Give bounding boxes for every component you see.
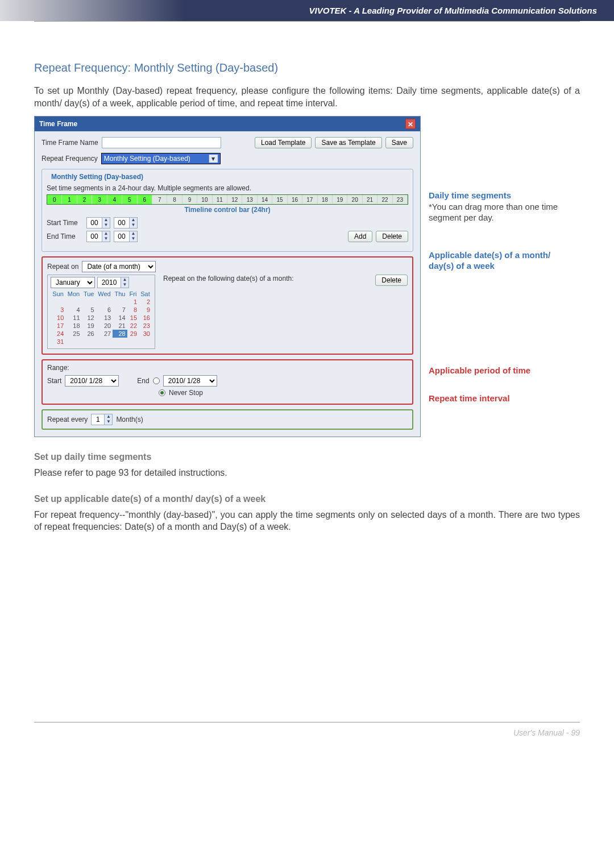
calendar-day[interactable]: 16 (139, 314, 152, 322)
timeline-bar[interactable]: 01234567891011121314151617181920212223 (47, 194, 408, 205)
start-min-spinner[interactable]: ▲▼ (114, 217, 138, 229)
end-hour-spinner[interactable]: ▲▼ (86, 231, 110, 242)
timeline-hour[interactable]: 3 (92, 195, 107, 204)
calendar-day[interactable] (113, 338, 127, 346)
close-icon[interactable]: ✕ (405, 119, 416, 129)
calendar-day[interactable] (113, 298, 127, 306)
save-as-template-button[interactable]: Save as Template (315, 137, 381, 148)
ann-repeat-interval-title: Repeat time interval (429, 393, 510, 403)
calendar-day[interactable]: 20 (96, 322, 113, 330)
calendar-day[interactable]: 6 (96, 306, 113, 314)
calendar-day[interactable]: 1 (127, 298, 139, 306)
calendar-day[interactable]: 17 (51, 322, 65, 330)
calendar-day[interactable] (51, 298, 65, 306)
repeat-every-label: Repeat every (47, 416, 88, 423)
timeline-hour[interactable]: 6 (138, 195, 152, 204)
load-template-button[interactable]: Load Template (255, 137, 312, 148)
calendar-table[interactable]: SunMonTueWedThuFriSat1234567891011121314… (51, 290, 152, 346)
calendar-day[interactable]: 25 (65, 330, 81, 338)
timeline-hour[interactable]: 2 (77, 195, 92, 204)
timeline-hour[interactable]: 21 (363, 195, 377, 204)
calendar-day[interactable]: 5 (82, 306, 96, 314)
timeline-hour[interactable]: 18 (318, 195, 333, 204)
calendar-day[interactable]: 23 (139, 322, 152, 330)
calendar-day[interactable]: 3 (51, 306, 65, 314)
calendar-day[interactable]: 4 (65, 306, 81, 314)
calendar-day[interactable]: 24 (51, 330, 65, 338)
calendar-day[interactable]: 19 (82, 322, 96, 330)
intro-paragraph: To set up Monthly (Day-based) repeat fre… (34, 85, 580, 109)
dialog-titlebar: Time Frame ✕ (35, 117, 420, 131)
calendar-day[interactable] (96, 338, 113, 346)
calendar-day[interactable] (96, 298, 113, 306)
calendar-day[interactable]: 26 (82, 330, 96, 338)
calendar-day[interactable]: 13 (96, 314, 113, 322)
timeline-hour[interactable]: 1 (62, 195, 77, 204)
delete-segment-button[interactable]: Delete (376, 231, 408, 242)
calendar-day[interactable]: 9 (139, 306, 152, 314)
timeline-hour[interactable]: 17 (302, 195, 317, 204)
range-end-date[interactable]: 2010/ 1/28 (163, 375, 217, 387)
save-button[interactable]: Save (385, 137, 413, 148)
calendar-day[interactable]: 28 (113, 330, 127, 338)
timeline-hour[interactable]: 10 (197, 195, 212, 204)
repeat-on-mode-select[interactable]: Date (of a month) (82, 261, 156, 272)
repeat-every-group: Repeat every ▲▼ Month(s) (42, 409, 413, 430)
calendar-day[interactable]: 31 (51, 338, 65, 346)
calendar-day[interactable]: 8 (127, 306, 139, 314)
calendar-day[interactable] (65, 298, 81, 306)
calendar-day[interactable]: 27 (96, 330, 113, 338)
add-segment-button[interactable]: Add (348, 231, 372, 242)
timeline-hour[interactable]: 8 (167, 195, 182, 204)
calendar-day[interactable] (82, 338, 96, 346)
repeat-frequency-select[interactable]: Monthly Setting (Day-based) ▾ (101, 153, 221, 164)
never-stop-radio[interactable] (159, 389, 165, 396)
calendar-day[interactable]: 2 (139, 298, 152, 306)
calendar-day[interactable]: 21 (113, 322, 127, 330)
calendar-day[interactable] (139, 338, 152, 346)
calendar-day[interactable]: 12 (82, 314, 96, 322)
timeline-hour[interactable]: 22 (377, 195, 392, 204)
start-hour-spinner[interactable]: ▲▼ (86, 217, 110, 229)
timeline-hour[interactable]: 23 (393, 195, 408, 204)
timeline-hour[interactable]: 20 (347, 195, 362, 204)
range-start-date[interactable]: 2010/ 1/28 (65, 375, 119, 387)
section2-heading: Set up applicable date(s) of a month/ da… (34, 494, 580, 504)
calendar-day[interactable]: 22 (127, 322, 139, 330)
ann-daily-segments-title: Daily time segments (429, 190, 511, 200)
repeat-every-spinner[interactable]: ▲▼ (91, 414, 113, 425)
calendar-day[interactable] (82, 298, 96, 306)
time-frame-name-input[interactable] (102, 137, 221, 148)
timeline-hour[interactable]: 13 (242, 195, 257, 204)
ann-applicable-date-title: Applicable date(s) of a month/ day(s) of… (429, 250, 550, 271)
timeline-hour[interactable]: 14 (258, 195, 272, 204)
calendar-day[interactable]: 29 (127, 330, 139, 338)
timeline-hour[interactable]: 16 (288, 195, 302, 204)
cal-month-select[interactable]: January (51, 277, 95, 288)
delete-date-button[interactable]: Delete (375, 275, 408, 286)
end-time-label: End Time (47, 232, 83, 240)
timeline-hour[interactable]: 7 (152, 195, 167, 204)
calendar-day[interactable]: 10 (51, 314, 65, 322)
timeline-hour[interactable]: 11 (213, 195, 227, 204)
calendar-day[interactable]: 7 (113, 306, 127, 314)
cal-year-spinner[interactable]: ▲▼ (97, 277, 129, 288)
timeline-hour[interactable]: 9 (182, 195, 197, 204)
calendar-widget[interactable]: January ▲▼ SunMonTueWedThuFriSat12345678… (47, 275, 155, 349)
end-date-radio[interactable] (153, 377, 160, 384)
timeline-hour[interactable]: 4 (107, 195, 122, 204)
calendar-day[interactable] (127, 338, 139, 346)
timeline-hour[interactable]: 12 (227, 195, 242, 204)
calendar-day[interactable]: 11 (65, 314, 81, 322)
calendar-day[interactable]: 15 (127, 314, 139, 322)
calendar-day[interactable] (65, 338, 81, 346)
end-min-spinner[interactable]: ▲▼ (114, 231, 138, 242)
calendar-day[interactable]: 18 (65, 322, 81, 330)
timeline-hour[interactable]: 0 (47, 195, 62, 204)
start-time-label: Start Time (47, 219, 83, 227)
calendar-day[interactable]: 30 (139, 330, 152, 338)
timeline-hour[interactable]: 15 (272, 195, 287, 204)
timeline-hour[interactable]: 19 (333, 195, 347, 204)
calendar-day[interactable]: 14 (113, 314, 127, 322)
timeline-hour[interactable]: 5 (122, 195, 137, 204)
